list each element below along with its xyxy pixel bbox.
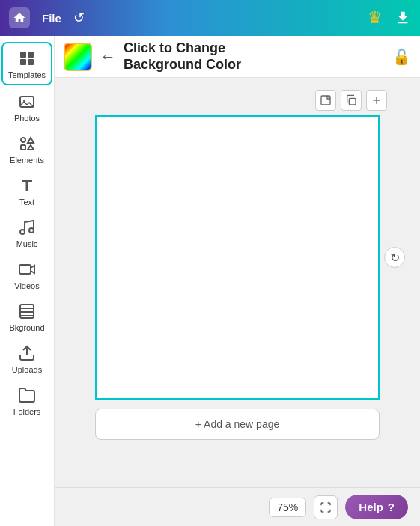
rotate-handle[interactable]: ↻ (384, 247, 405, 268)
svg-rect-19 (349, 98, 356, 105)
sidebar-item-folders[interactable]: Folders (1, 380, 52, 421)
home-button[interactable] (9, 7, 30, 28)
text-label: Text (19, 198, 34, 207)
canvas-page-wrapper: ↻ (95, 115, 380, 400)
svg-rect-12 (19, 265, 31, 274)
sidebar: Templates Photos Elements (0, 36, 55, 526)
duplicate-tool-button[interactable] (341, 90, 362, 111)
bottom-bar: 75% Help ? (55, 487, 420, 526)
help-question-icon: ? (388, 501, 395, 513)
sidebar-item-uploads[interactable]: Uploads (1, 338, 52, 379)
svg-marker-7 (28, 138, 34, 143)
file-menu[interactable]: File (42, 12, 61, 25)
elements-icon (18, 135, 36, 153)
sidebar-item-photos[interactable]: Photos (1, 87, 52, 127)
lock-icon: 🔓 (392, 48, 411, 66)
main-area: Templates Photos Elements (0, 36, 420, 526)
photos-icon (18, 93, 36, 111)
add-tool-button[interactable] (366, 90, 387, 111)
videos-icon (18, 260, 36, 278)
folders-icon (18, 386, 36, 404)
help-label: Help (359, 501, 383, 513)
videos-label: Videos (14, 281, 39, 290)
sidebar-item-background[interactable]: Bkground (1, 296, 52, 337)
color-arrow-icon: ← (100, 47, 116, 67)
color-instruction-line2: Background Color (124, 57, 241, 73)
help-button[interactable]: Help ? (345, 495, 408, 519)
color-toolbar: ← Click to Change Background Color 🔓 (55, 36, 420, 78)
text-icon (18, 177, 36, 195)
sidebar-item-templates[interactable]: Templates (1, 42, 52, 85)
content-area: ← Click to Change Background Color 🔓 (55, 36, 420, 526)
svg-point-10 (20, 230, 25, 234)
music-label: Music (16, 239, 38, 248)
page-tools (315, 90, 387, 111)
zoom-level[interactable]: 75% (269, 498, 306, 517)
svg-rect-0 (20, 52, 26, 58)
fullscreen-button[interactable] (314, 495, 338, 519)
note-tool-button[interactable] (315, 90, 336, 111)
color-instruction: Click to Change Background Color (124, 40, 241, 73)
canvas-page[interactable] (95, 115, 380, 400)
sidebar-item-videos[interactable]: Videos (1, 254, 52, 295)
background-icon (18, 302, 36, 320)
svg-rect-1 (28, 52, 34, 58)
templates-icon (18, 49, 36, 67)
canvas-area: ↻ + Add a new page (55, 78, 420, 487)
svg-point-11 (29, 228, 34, 233)
svg-rect-2 (20, 59, 26, 65)
header: File ↺ ♛ (0, 0, 420, 36)
undo-button[interactable]: ↺ (73, 10, 85, 26)
sidebar-item-elements[interactable]: Elements (1, 129, 52, 169)
elements-label: Elements (10, 156, 44, 165)
sidebar-item-text[interactable]: Text (1, 171, 52, 211)
svg-marker-9 (28, 145, 34, 150)
uploads-icon (18, 344, 36, 362)
svg-point-6 (21, 138, 25, 142)
background-label: Bkground (9, 323, 44, 332)
add-page-button[interactable]: + Add a new page (95, 409, 380, 440)
sidebar-item-music[interactable]: Music (1, 212, 52, 253)
music-icon (18, 218, 36, 236)
upload-button[interactable] (395, 10, 411, 26)
svg-rect-8 (21, 145, 25, 150)
svg-rect-3 (28, 59, 34, 65)
photos-label: Photos (14, 114, 40, 123)
color-instruction-line1: Click to Change (124, 40, 241, 57)
color-swatch[interactable] (64, 43, 92, 71)
uploads-label: Uploads (12, 365, 42, 374)
folders-label: Folders (13, 407, 41, 416)
templates-label: Templates (8, 70, 46, 79)
crown-icon: ♛ (368, 8, 383, 28)
rotate-icon: ↻ (390, 251, 400, 265)
